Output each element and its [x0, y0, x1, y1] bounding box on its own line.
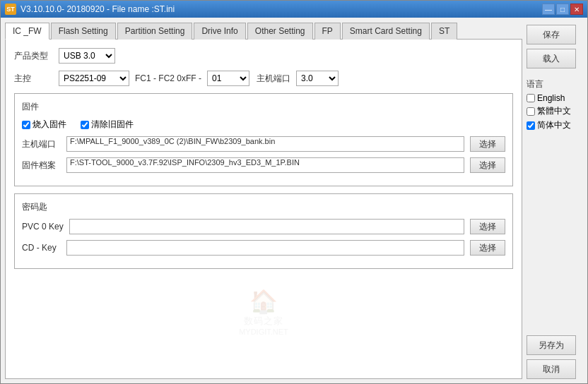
- firmware-section-title: 固件: [22, 101, 505, 113]
- host-port-fw-row: 主机端口 F:\MPALL_F1_9000_v389_0C (2)\BIN_FW…: [22, 136, 505, 152]
- tab-other-setting[interactable]: Other Setting: [247, 23, 313, 40]
- restore-button[interactable]: □: [556, 4, 569, 15]
- tab-smart-card[interactable]: Smart Card Setting: [342, 23, 430, 40]
- burn-firmware-checkbox-label[interactable]: 烧入固件: [22, 119, 66, 131]
- panel-content: 产品类型 USB 3.0 主控 PS2251-09 FC1 - FC2 0xFF…: [5, 40, 522, 379]
- fc-select[interactable]: 01: [207, 71, 249, 86]
- cd-key-label: CD - Key: [22, 243, 61, 253]
- burn-firmware-checkbox[interactable]: [22, 121, 30, 129]
- cd-key-select-button[interactable]: 选择: [470, 240, 505, 256]
- burn-firmware-label: 烧入固件: [33, 119, 66, 131]
- host-port-fw-select-button[interactable]: 选择: [470, 136, 505, 152]
- product-type-row: 产品类型 USB 3.0: [14, 48, 513, 64]
- tab-st[interactable]: ST: [431, 23, 457, 40]
- cd-key-input[interactable]: [66, 240, 464, 256]
- pvc-key-input[interactable]: [69, 219, 464, 234]
- fw-file-row: 固件档案 F:\ST-TOOL_9000_v3.7F.92\ISP_INFO\2…: [22, 157, 505, 173]
- clear-firmware-checkbox-label[interactable]: 清除旧固件: [81, 119, 134, 131]
- main-ctrl-label: 主控: [14, 73, 53, 85]
- english-checkbox[interactable]: [527, 94, 535, 102]
- watermark-brand: 数码之家: [239, 315, 288, 328]
- english-label: English: [537, 93, 565, 103]
- title-bar: ST V3.10.10.0- 20180920 - File name :ST.…: [1, 1, 587, 18]
- fw-file-path: F:\ST-TOOL_9000_v3.7F.92\ISP_INFO\2309_h…: [66, 157, 464, 173]
- close-button[interactable]: ✕: [570, 4, 583, 15]
- main-ctrl-select[interactable]: PS2251-09: [59, 71, 129, 86]
- tab-partition[interactable]: Partition Setting: [117, 23, 193, 40]
- save-button[interactable]: 保存: [527, 25, 576, 44]
- pvc-key-select-button[interactable]: 选择: [470, 219, 505, 234]
- firmware-checkbox-row: 烧入固件 清除旧固件: [22, 119, 505, 131]
- fc-label: FC1 - FC2 0xFF -: [135, 73, 201, 83]
- fw-file-label: 固件档案: [22, 160, 61, 172]
- host-port-fw-label: 主机端口: [22, 138, 61, 150]
- firmware-section: 固件 烧入固件 清除旧固件 主机端口 F:\MPALL_F1_90: [14, 93, 513, 186]
- product-type-label: 产品类型: [14, 50, 53, 62]
- traditional-label: 繁體中文: [537, 105, 571, 117]
- load-button[interactable]: 载入: [527, 49, 576, 68]
- minimize-button[interactable]: —: [542, 4, 555, 15]
- clear-firmware-checkbox[interactable]: [81, 121, 89, 129]
- fw-file-select-button[interactable]: 选择: [470, 157, 505, 173]
- password-section: 密码匙 PVC 0 Key 选择 CD - Key 选择: [14, 193, 513, 269]
- content-area: IC _FW Flash Setting Partition Setting D…: [1, 18, 587, 383]
- password-section-title: 密码匙: [22, 201, 505, 213]
- host-port-label: 主机端口: [255, 73, 290, 85]
- english-option[interactable]: English: [527, 93, 583, 103]
- host-port-select[interactable]: 3.0: [296, 71, 339, 86]
- simplified-checkbox[interactable]: [527, 121, 535, 130]
- host-port-fw-path: F:\MPALL_F1_9000_v389_0C (2)\BIN_FW\b230…: [66, 136, 464, 152]
- cd-key-row: CD - Key 选择: [22, 240, 505, 256]
- watermark: 🏠 数码之家 MYDIGIT.NET: [239, 288, 288, 336]
- title-controls: — □ ✕: [542, 4, 583, 15]
- main-panel: IC _FW Flash Setting Partition Setting D…: [5, 22, 522, 379]
- main-ctrl-row: 主控 PS2251-09 FC1 - FC2 0xFF - 01 主机端口 3.…: [14, 71, 513, 86]
- tab-flash[interactable]: Flash Setting: [51, 23, 116, 40]
- app-icon: ST: [5, 4, 16, 15]
- language-section: 语言 English 繁體中文 简体中文: [527, 78, 583, 133]
- window-title: V3.10.10.0- 20180920 - File name :ST.ini: [20, 4, 175, 14]
- pvc-key-row: PVC 0 Key 选择: [22, 219, 505, 234]
- watermark-text: MYDIGIT.NET: [239, 328, 288, 336]
- tab-bar: IC _FW Flash Setting Partition Setting D…: [5, 22, 522, 40]
- save-as-button[interactable]: 另存为: [527, 335, 576, 355]
- cancel-button[interactable]: 取消: [527, 359, 576, 379]
- tab-drive-info[interactable]: Drive Info: [194, 23, 245, 40]
- language-title: 语言: [527, 78, 583, 90]
- tab-ic-fw[interactable]: IC _FW: [5, 23, 49, 40]
- tab-fp[interactable]: FP: [314, 23, 341, 40]
- product-type-select[interactable]: USB 3.0: [59, 48, 115, 64]
- simplified-label: 简体中文: [537, 119, 571, 131]
- main-window: ST V3.10.10.0- 20180920 - File name :ST.…: [0, 0, 588, 384]
- simplified-option[interactable]: 简体中文: [527, 119, 583, 131]
- clear-firmware-label: 清除旧固件: [91, 119, 134, 131]
- traditional-option[interactable]: 繁體中文: [527, 105, 583, 117]
- pvc-key-label: PVC 0 Key: [22, 222, 64, 232]
- right-panel: 保存 载入 语言 English 繁體中文 简体中文 另存为 取消: [527, 22, 583, 379]
- title-bar-left: ST V3.10.10.0- 20180920 - File name :ST.…: [5, 4, 175, 15]
- traditional-checkbox[interactable]: [527, 107, 535, 116]
